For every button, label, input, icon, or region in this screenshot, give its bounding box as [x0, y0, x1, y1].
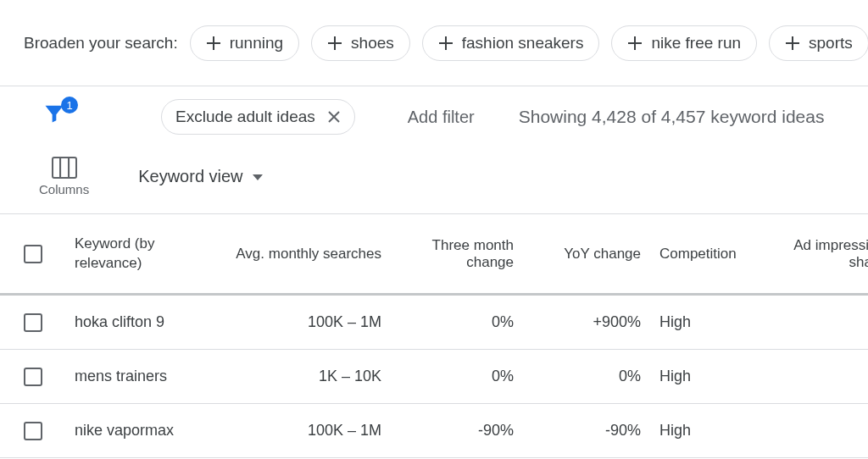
col-three-month[interactable]: Three month change — [390, 237, 522, 271]
keyword-table: Keyword (by relevance) Avg. monthly sear… — [0, 213, 868, 458]
cell-competition: High — [649, 313, 775, 331]
filter-row: 1 Exclude adult ideas Add filter Showing… — [0, 86, 868, 147]
cell-competition: High — [649, 422, 775, 440]
broaden-chip[interactable]: shoes — [311, 25, 410, 61]
filter-count-badge: 1 — [61, 97, 78, 113]
showing-count: Showing 4,428 of 4,457 keyword ideas — [519, 107, 825, 127]
broaden-search-row: Broaden your search: running shoes fashi… — [0, 0, 868, 86]
broaden-chip[interactable]: nike free run — [611, 25, 757, 61]
cell-three-month: 0% — [390, 368, 522, 385]
close-icon[interactable] — [327, 110, 341, 124]
svg-rect-2 — [53, 158, 76, 178]
columns-icon — [52, 157, 77, 179]
col-ad-impression[interactable]: Ad impression share — [775, 237, 868, 271]
chip-label: sports — [809, 34, 853, 53]
table-row: nike vapormax 100K – 1M -90% -90% High — [0, 404, 868, 458]
plus-icon — [438, 36, 453, 51]
plus-icon — [327, 36, 342, 51]
chip-label: shoes — [351, 34, 394, 53]
chip-label: fashion sneakers — [462, 34, 584, 53]
cell-keyword: hoka clifton 9 — [66, 313, 198, 331]
filter-button[interactable]: 1 — [42, 102, 73, 132]
plus-icon — [785, 36, 800, 51]
plus-icon — [206, 36, 221, 51]
broaden-chip[interactable]: sports — [769, 25, 868, 61]
table-row: mens trainers 1K – 10K 0% 0% High — [0, 350, 868, 404]
columns-label: Columns — [39, 182, 89, 196]
view-label: Keyword view — [138, 167, 242, 186]
chevron-down-icon — [252, 167, 264, 186]
broaden-chip[interactable]: fashion sneakers — [422, 25, 600, 61]
select-all-checkbox[interactable] — [24, 245, 42, 263]
cell-competition: High — [649, 368, 775, 385]
cell-keyword: nike vapormax — [66, 422, 198, 440]
cell-yoy: +900% — [522, 313, 649, 331]
applied-filter-chip[interactable]: Exclude adult ideas — [161, 99, 355, 135]
add-filter-button[interactable]: Add filter — [408, 108, 475, 127]
table-row: hoka clifton 9 100K – 1M 0% +900% High — [0, 296, 868, 350]
columns-button[interactable]: Columns — [39, 157, 89, 196]
cell-avg: 100K – 1M — [198, 422, 390, 440]
col-keyword[interactable]: Keyword (by relevance) — [66, 235, 198, 272]
cell-avg: 1K – 10K — [198, 368, 390, 385]
plus-icon — [627, 36, 643, 51]
keyword-view-dropdown[interactable]: Keyword view — [138, 167, 263, 186]
table-header-row: Keyword (by relevance) Avg. monthly sear… — [0, 214, 868, 296]
row-checkbox[interactable] — [24, 422, 42, 440]
applied-filter-label: Exclude adult ideas — [175, 108, 315, 126]
row-checkbox[interactable] — [24, 313, 42, 332]
row-checkbox[interactable] — [24, 368, 42, 386]
cell-keyword: mens trainers — [66, 368, 198, 385]
cell-three-month: 0% — [390, 313, 522, 331]
cell-yoy: 0% — [522, 368, 649, 385]
broaden-label: Broaden your search: — [24, 34, 178, 53]
col-competition[interactable]: Competition — [649, 246, 775, 263]
col-yoy[interactable]: YoY change — [522, 246, 649, 263]
chip-label: nike free run — [651, 34, 741, 53]
col-avg-searches[interactable]: Avg. monthly searches — [198, 246, 390, 263]
chip-label: running — [230, 34, 283, 53]
broaden-chip[interactable]: running — [190, 25, 299, 61]
cell-three-month: -90% — [390, 422, 522, 440]
cell-avg: 100K – 1M — [198, 313, 390, 331]
cell-yoy: -90% — [522, 422, 649, 440]
view-toolbar: Columns Keyword view — [0, 147, 868, 213]
